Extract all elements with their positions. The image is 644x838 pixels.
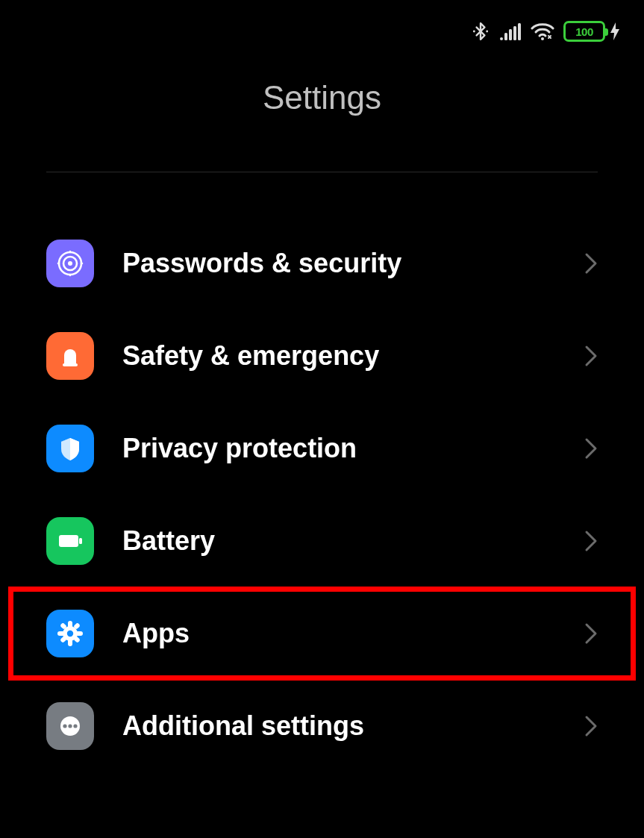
battery-indicator: 100 xyxy=(563,21,620,42)
settings-item-label: Privacy protection xyxy=(122,433,598,464)
svg-point-1 xyxy=(486,31,488,33)
settings-item-apps[interactable]: Apps xyxy=(9,587,635,680)
svg-rect-4 xyxy=(509,29,512,40)
settings-screen: 100 Settings Passwords & security xyxy=(0,0,644,838)
svg-rect-3 xyxy=(504,33,507,40)
chevron-right-icon xyxy=(584,252,598,275)
settings-item-label: Apps xyxy=(122,618,598,649)
bluetooth-icon xyxy=(471,22,490,41)
svg-rect-15 xyxy=(68,621,72,628)
settings-item-privacy-protection[interactable]: Privacy protection xyxy=(0,402,644,495)
settings-item-passwords-security[interactable]: Passwords & security xyxy=(0,217,644,310)
svg-point-26 xyxy=(68,724,72,728)
gear-icon xyxy=(46,610,94,657)
svg-point-27 xyxy=(73,724,77,728)
svg-point-23 xyxy=(67,631,73,637)
settings-list: Passwords & security Safety & emergency xyxy=(0,172,644,772)
settings-item-label: Passwords & security xyxy=(122,248,598,279)
settings-item-battery[interactable]: Battery xyxy=(0,495,644,587)
chevron-right-icon xyxy=(584,530,598,552)
settings-item-safety-emergency[interactable]: Safety & emergency xyxy=(0,310,644,402)
svg-point-2 xyxy=(500,37,503,40)
cell-signal-icon xyxy=(499,22,522,40)
svg-rect-13 xyxy=(79,538,82,544)
svg-rect-12 xyxy=(59,535,78,547)
svg-rect-6 xyxy=(518,23,521,40)
svg-rect-18 xyxy=(75,631,83,636)
page-title: Settings xyxy=(0,79,644,116)
shield-icon xyxy=(46,425,94,472)
svg-rect-17 xyxy=(57,631,65,636)
wifi-icon xyxy=(531,22,554,40)
chevron-right-icon xyxy=(584,622,598,645)
settings-item-label: Battery xyxy=(122,525,598,557)
battery-percent: 100 xyxy=(575,25,593,38)
settings-item-label: Additional settings xyxy=(122,710,598,742)
svg-point-10 xyxy=(68,261,72,266)
charging-icon xyxy=(610,22,620,40)
settings-item-label: Safety & emergency xyxy=(122,340,598,372)
fingerprint-icon xyxy=(46,240,94,287)
svg-rect-5 xyxy=(513,26,516,40)
svg-point-0 xyxy=(473,31,475,33)
svg-point-25 xyxy=(63,724,66,728)
chevron-right-icon xyxy=(584,345,598,367)
battery-icon xyxy=(46,517,94,565)
alarm-icon xyxy=(46,332,94,380)
svg-rect-16 xyxy=(68,639,72,646)
chevron-right-icon xyxy=(584,437,598,460)
svg-point-7 xyxy=(541,37,544,40)
svg-rect-11 xyxy=(63,363,78,366)
more-icon xyxy=(46,702,94,750)
chevron-right-icon xyxy=(584,715,598,737)
status-bar: 100 xyxy=(0,0,644,49)
settings-item-additional-settings[interactable]: Additional settings xyxy=(0,680,644,772)
